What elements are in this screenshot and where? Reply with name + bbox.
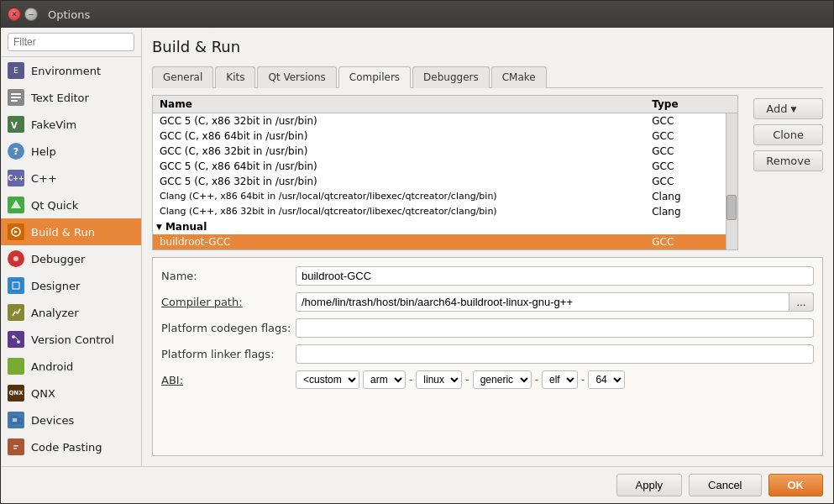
abi-select-arch[interactable]: arm — [363, 370, 406, 389]
compiler-path-input[interactable] — [296, 292, 789, 312]
sidebar-item-build-run[interactable]: Build & Run — [1, 218, 141, 245]
sidebar-item-analyzer[interactable]: Analyzer — [1, 299, 141, 326]
compiler-path-field-group: … — [296, 292, 814, 312]
qnx-icon: QNX — [8, 385, 24, 402]
clone-button[interactable]: Clone — [753, 124, 823, 145]
sidebar-label-designer: Designer — [31, 280, 80, 292]
platform-codegen-label: Platform codegen flags: — [161, 322, 296, 334]
abi-sep-3: - — [535, 374, 538, 386]
apply-button[interactable]: Apply — [616, 474, 683, 496]
sidebar-label-qt-quick: Qt Quick — [31, 199, 78, 212]
text-editor-icon — [8, 89, 24, 106]
titlebar-buttons: ✕ − — [8, 8, 38, 21]
svg-rect-22 — [13, 445, 18, 447]
table-row[interactable]: GCC (C, x86 32bit in /usr/bin) GCC — [153, 144, 726, 159]
ok-button[interactable]: OK — [768, 474, 824, 496]
bottom-bar: Apply Cancel OK — [1, 466, 833, 503]
compiler-panel: Name Type GCC 5 (C, x86 32bit in /usr/bi… — [152, 95, 738, 250]
row-type: GCC — [652, 236, 719, 248]
table-row[interactable]: GCC 5 (C, x86 32bit in /usr/bin) GCC — [153, 113, 726, 129]
svg-rect-2 — [11, 100, 18, 102]
form-row-abi: ABI: <custom arm - linux - — [161, 370, 814, 389]
sidebar-label-version-control: Version Control — [31, 333, 114, 346]
build-run-icon — [8, 223, 24, 240]
tab-kits[interactable]: Kits — [215, 66, 255, 88]
tab-qt-versions[interactable]: Qt Versions — [257, 66, 336, 88]
svg-rect-21 — [13, 442, 19, 452]
fakevim-icon: V — [8, 116, 24, 133]
abi-selects: <custom arm - linux - generic - — [296, 370, 814, 389]
compiler-scrollbar-thumb — [726, 195, 737, 220]
sidebar-item-text-editor[interactable]: Text Editor — [1, 84, 141, 111]
window-title: Options — [48, 8, 90, 21]
sidebar-item-designer[interactable]: Designer — [1, 272, 141, 299]
table-row[interactable]: Clang (C++, x86 32bit in /usr/local/qtcr… — [153, 204, 726, 219]
name-input[interactable] — [296, 266, 814, 286]
platform-codegen-input[interactable] — [296, 318, 814, 338]
sidebar-item-version-control[interactable]: Version Control — [1, 326, 141, 353]
col-header-type: Type — [652, 98, 719, 110]
sidebar-label-fakevim: FakeVim — [31, 118, 76, 131]
abi-select-flavor[interactable]: generic — [473, 370, 532, 389]
version-control-icon — [8, 331, 24, 348]
page-title: Build & Run — [152, 38, 823, 55]
table-row[interactable]: GCC (C, x86 64bit in /usr/bin) GCC — [153, 129, 726, 144]
tab-debuggers[interactable]: Debuggers — [412, 66, 490, 88]
devices-icon — [8, 412, 24, 428]
svg-point-7 — [13, 256, 18, 261]
tab-compilers[interactable]: Compilers — [338, 66, 411, 88]
svg-marker-4 — [11, 200, 21, 208]
table-row[interactable]: GCC 5 (C, x86 64bit in /usr/bin) GCC — [153, 159, 726, 174]
sidebar-label-code-pasting: Code Pasting — [31, 441, 102, 454]
compiler-scrollbar[interactable] — [726, 113, 737, 249]
tab-general[interactable]: General — [152, 66, 213, 88]
row-name: GCC 5 (C, x86 32bit in /usr/bin) — [160, 176, 652, 187]
form-row-compiler-path: Compiler path: … — [161, 292, 814, 312]
compiler-table-header: Name Type — [153, 96, 737, 113]
svg-rect-1 — [11, 97, 21, 98]
row-type: GCC — [652, 176, 719, 187]
remove-button[interactable]: Remove — [753, 150, 823, 171]
minimize-button[interactable]: − — [24, 8, 38, 21]
sidebar-label-android: Android — [31, 360, 73, 373]
compiler-group-manual[interactable]: ▼ Manual — [153, 219, 726, 234]
row-name: Clang (C++, x86 64bit in /usr/local/qtcr… — [160, 191, 652, 202]
svg-rect-15 — [12, 364, 20, 370]
sidebar-item-environment[interactable]: E Environment — [1, 57, 141, 84]
abi-select-os[interactable]: linux — [416, 370, 462, 389]
tab-cmake[interactable]: CMake — [491, 66, 547, 88]
sidebar-item-help[interactable]: ? Help — [1, 138, 141, 165]
filter-box — [1, 28, 141, 57]
abi-select-bits[interactable]: 64 — [588, 370, 625, 389]
analyzer-icon — [8, 304, 24, 321]
table-row-selected[interactable]: buildroot-GCC GCC — [153, 234, 726, 249]
abi-select-format[interactable]: elf — [542, 370, 578, 389]
sidebar-item-devices[interactable]: Devices — [1, 407, 141, 433]
sidebar-label-text-editor: Text Editor — [31, 92, 89, 104]
table-row[interactable]: GCC 5 (C, x86 32bit in /usr/bin) GCC — [153, 174, 726, 189]
sidebar-item-qnx[interactable]: QNX QNX — [1, 380, 141, 407]
close-button[interactable]: ✕ — [8, 8, 21, 21]
sidebar-item-qt-quick[interactable]: Qt Quick — [1, 192, 141, 218]
sidebar-item-android[interactable]: Android — [1, 353, 141, 380]
details-panel: Name: Compiler path: … Platform codegen … — [152, 257, 823, 456]
sidebar-list: E Environment Text Editor V FakeVim — [1, 57, 141, 466]
sidebar-item-debugger[interactable]: Debugger — [1, 245, 141, 272]
abi-label: ABI: — [161, 374, 296, 386]
row-type: GCC — [652, 130, 719, 142]
sidebar-item-cpp[interactable]: C++ C++ — [1, 165, 141, 192]
sidebar-item-fakevim[interactable]: V FakeVim — [1, 111, 141, 138]
row-type: Clang — [652, 191, 719, 202]
compiler-action-buttons: Add ▼ Clone Remove — [745, 95, 823, 171]
filter-input[interactable] — [8, 33, 134, 51]
compiler-path-browse-button[interactable]: … — [789, 292, 814, 312]
sidebar-item-code-pasting[interactable]: Code Pasting — [1, 433, 141, 460]
main-area: E Environment Text Editor V FakeVim — [1, 28, 833, 466]
cancel-button[interactable]: Cancel — [689, 474, 761, 496]
platform-linker-input[interactable] — [296, 344, 814, 364]
svg-point-13 — [17, 340, 20, 344]
table-row[interactable]: Clang (C++, x86 64bit in /usr/local/qtcr… — [153, 189, 726, 204]
add-label: Add — [766, 102, 787, 115]
abi-select-custom[interactable]: <custom — [296, 370, 359, 389]
add-button[interactable]: Add ▼ — [753, 98, 823, 119]
